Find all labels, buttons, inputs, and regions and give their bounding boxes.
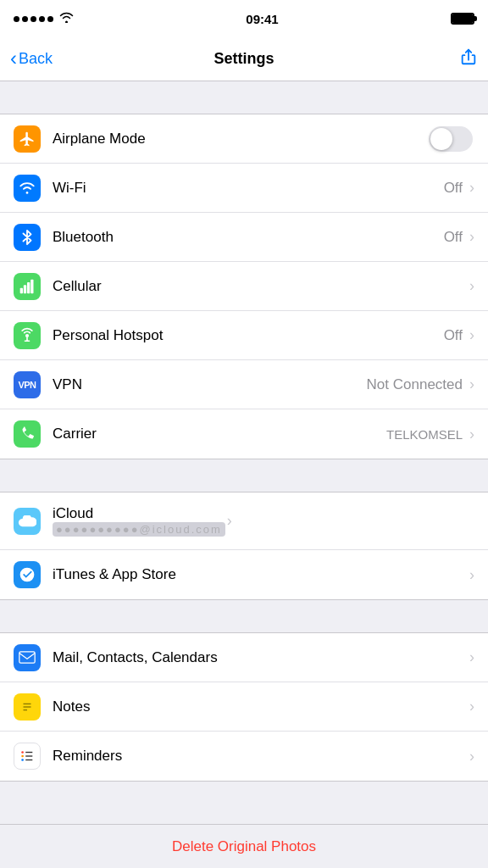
- section-header-1: [0, 81, 488, 114]
- reminders-chevron: ›: [469, 748, 474, 765]
- vpn-label: VPN: [53, 376, 367, 393]
- row-notes[interactable]: Notes ›: [0, 682, 488, 732]
- vpn-value: Not Connected: [367, 376, 463, 393]
- icloud-icon: [14, 508, 41, 535]
- notes-right: ›: [468, 698, 474, 715]
- hotspot-right: Off ›: [444, 326, 474, 344]
- svg-rect-0: [20, 287, 23, 293]
- page-title: Settings: [214, 50, 274, 68]
- reminders-label: Reminders: [53, 748, 468, 765]
- settings-group-apps: Mail, Contacts, Calendars › Notes ›: [0, 632, 488, 782]
- icloud-email: ●●●●●●●●●●@icloud.com: [53, 522, 225, 537]
- hotspot-chevron: ›: [469, 326, 474, 344]
- row-bluetooth[interactable]: Bluetooth Off ›: [0, 213, 488, 262]
- svg-point-10: [21, 751, 24, 754]
- status-time: 09:41: [246, 12, 278, 26]
- back-chevron-icon: ‹: [10, 48, 17, 69]
- mail-label: Mail, Contacts, Calendars: [53, 649, 468, 666]
- signal-area: [14, 12, 74, 25]
- mail-icon: [14, 644, 41, 671]
- bluetooth-label: Bluetooth: [53, 229, 444, 246]
- notes-icon: [14, 693, 41, 721]
- icloud-chevron: ›: [227, 512, 232, 530]
- svg-point-11: [21, 755, 24, 758]
- row-vpn[interactable]: VPN VPN Not Connected ›: [0, 360, 488, 409]
- svg-rect-1: [24, 285, 26, 293]
- wifi-status-icon: [59, 12, 74, 25]
- itunes-right: ›: [468, 566, 474, 584]
- wifi-value: Off: [444, 180, 463, 197]
- wifi-label: Wi-Fi: [53, 180, 444, 197]
- row-airplane-mode[interactable]: Airplane Mode: [0, 114, 488, 164]
- notes-chevron: ›: [469, 698, 474, 715]
- svg-rect-2: [27, 282, 30, 293]
- back-label: Back: [19, 50, 53, 68]
- row-mail-contacts[interactable]: Mail, Contacts, Calendars ›: [0, 633, 488, 682]
- row-cellular[interactable]: Cellular ›: [0, 262, 488, 311]
- icloud-text-group: iCloud ●●●●●●●●●●@icloud.com: [53, 505, 225, 537]
- section-header-2: [0, 459, 488, 492]
- cellular-label: Cellular: [53, 278, 468, 295]
- appstore-icon: [14, 561, 41, 588]
- carrier-chevron: ›: [469, 426, 474, 443]
- vpn-right: Not Connected ›: [367, 376, 474, 393]
- svg-point-12: [21, 759, 24, 761]
- hotspot-label: Personal Hotspot: [53, 327, 444, 344]
- share-icon: [459, 47, 478, 66]
- section-header-3: [0, 600, 488, 632]
- battery-icon: [451, 13, 474, 25]
- cellular-icon: [14, 273, 41, 300]
- svg-rect-5: [19, 652, 35, 663]
- cellular-right: ›: [468, 277, 474, 295]
- row-icloud[interactable]: iCloud ●●●●●●●●●●@icloud.com ›: [0, 492, 488, 550]
- carrier-value: TELKOMSEL: [386, 427, 463, 442]
- settings-group-accounts: iCloud ●●●●●●●●●●@icloud.com › iTunes & …: [0, 492, 488, 600]
- back-button[interactable]: ‹ Back: [10, 50, 53, 69]
- bluetooth-chevron: ›: [469, 228, 474, 246]
- itunes-chevron: ›: [469, 566, 474, 584]
- bluetooth-right: Off ›: [444, 228, 474, 246]
- vpn-icon: VPN: [14, 371, 41, 398]
- row-wifi[interactable]: Wi-Fi Off ›: [0, 164, 488, 213]
- vpn-chevron: ›: [469, 376, 474, 393]
- wifi-right: Off ›: [444, 179, 474, 197]
- carrier-icon: [14, 420, 41, 448]
- row-personal-hotspot[interactable]: Personal Hotspot Off ›: [0, 311, 488, 360]
- row-reminders[interactable]: Reminders ›: [0, 732, 488, 781]
- hotspot-value: Off: [444, 327, 463, 344]
- notes-label: Notes: [53, 698, 468, 715]
- row-itunes-appstore[interactable]: iTunes & App Store ›: [0, 550, 488, 599]
- carrier-label: Carrier: [53, 426, 386, 442]
- row-carrier[interactable]: Carrier TELKOMSEL ›: [0, 409, 488, 459]
- airplane-mode-toggle[interactable]: [429, 126, 473, 152]
- status-bar: 09:41: [0, 0, 488, 37]
- mail-chevron: ›: [469, 648, 474, 666]
- wifi-chevron: ›: [469, 179, 474, 197]
- reminders-icon: [14, 743, 41, 770]
- itunes-label: iTunes & App Store: [53, 566, 468, 583]
- settings-group-connectivity: Airplane Mode Wi-Fi Off › Bluetooth Of: [0, 114, 488, 459]
- bluetooth-icon: [14, 224, 41, 251]
- bluetooth-value: Off: [444, 229, 463, 246]
- icloud-label: iCloud: [53, 505, 225, 522]
- wifi-row-icon: [14, 175, 41, 202]
- icloud-right: ›: [225, 512, 232, 530]
- nav-bar: ‹ Back Settings: [0, 37, 488, 81]
- delete-action-label: Delete Original Photos: [172, 838, 316, 855]
- carrier-right: TELKOMSEL ›: [386, 426, 474, 443]
- cellular-chevron: ›: [469, 277, 474, 295]
- hotspot-icon: [14, 322, 41, 349]
- airplane-mode-icon: [14, 125, 41, 153]
- share-button[interactable]: [459, 47, 478, 70]
- svg-rect-3: [30, 279, 33, 293]
- reminders-right: ›: [468, 748, 474, 765]
- delete-original-photos-button[interactable]: Delete Original Photos: [0, 824, 488, 868]
- mail-right: ›: [468, 648, 474, 666]
- airplane-mode-label: Airplane Mode: [53, 131, 429, 147]
- signal-dots: [14, 16, 53, 22]
